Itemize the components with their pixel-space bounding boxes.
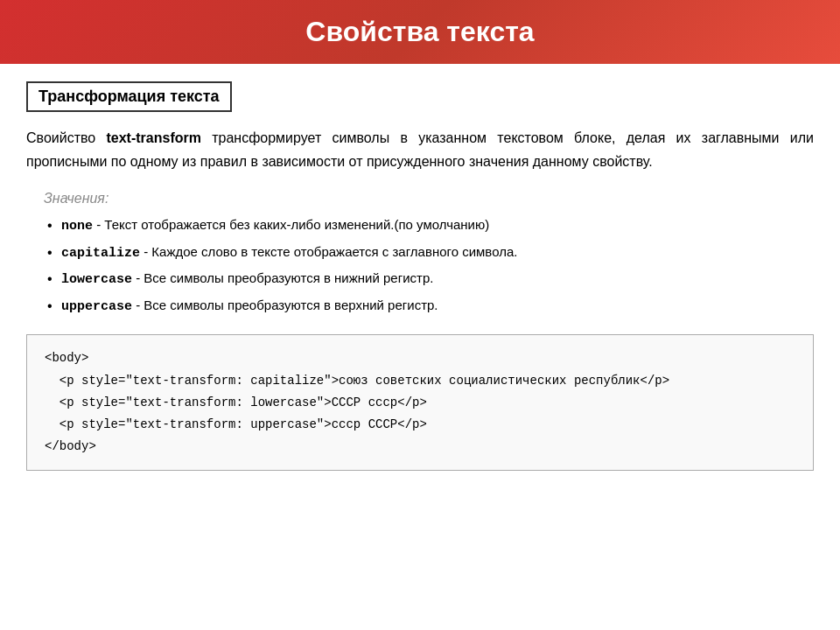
value-description-3: - Все символы преобразуются в верхний ре… xyxy=(132,298,438,312)
page-header: Свойства текста xyxy=(0,0,840,64)
values-title: Значения: xyxy=(44,191,814,206)
value-description-1: - Каждое слово в тексте отображается с з… xyxy=(140,244,517,259)
section-title-box: Трансформация текста xyxy=(26,81,232,112)
values-list: none - Текст отображается без каких-либо… xyxy=(44,215,814,317)
code-line-0: <body> xyxy=(45,347,795,369)
value-keyword-1: capitalize xyxy=(61,246,140,261)
value-keyword-3: uppercase xyxy=(61,299,132,314)
code-line-1: <p style="text-transform: capitalize">со… xyxy=(45,370,795,392)
description-intro: Своийство xyxy=(26,130,106,145)
description-text: Своийство text-transform трансформирует … xyxy=(26,126,814,173)
value-keyword-2: lowercase xyxy=(61,272,132,287)
code-example: <body> <p style="text-transform: capital… xyxy=(26,334,814,471)
value-description-2: - Все символы преобразуются в нижний рег… xyxy=(132,270,433,285)
value-description-0: - Текст отображается без каких-либо изме… xyxy=(93,217,489,232)
value-item-3: uppercase - Все символы преобразуются в … xyxy=(44,296,814,318)
page-title: Свойства текста xyxy=(305,16,534,47)
value-item-0: none - Текст отображается без каких-либо… xyxy=(44,215,814,237)
value-item-1: capitalize - Каждое слово в тексте отобр… xyxy=(44,242,814,264)
property-name: text-transform xyxy=(106,130,200,145)
code-line-3: <p style="text-transform: uppercase">ссс… xyxy=(45,414,795,436)
values-section: Значения: none - Текст отображается без … xyxy=(44,191,814,317)
code-line-2: <p style="text-transform: lowercase">ССС… xyxy=(45,392,795,414)
value-keyword-0: none xyxy=(61,219,93,234)
value-item-2: lowercase - Все символы преобразуются в … xyxy=(44,269,814,290)
main-content: Трансформация текста Своийство text-tran… xyxy=(0,64,840,488)
section-title: Трансформация текста xyxy=(38,88,220,105)
code-line-4: </body> xyxy=(45,436,795,458)
